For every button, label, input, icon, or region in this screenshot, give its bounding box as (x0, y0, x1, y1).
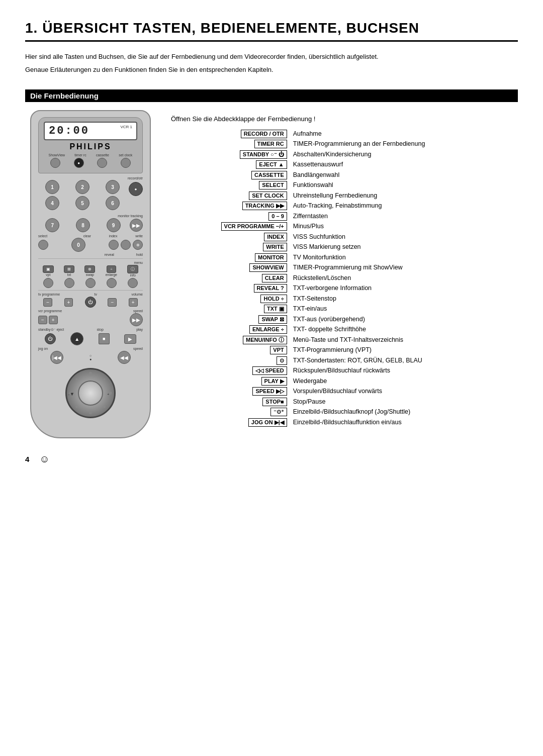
record-otr-btn[interactable]: ● (129, 182, 143, 196)
vcr-prog-minus-btn[interactable]: − (38, 316, 47, 324)
desc-row: SPEED ▶▷Vorspulen/Bildsuchlauf vorwärts (171, 387, 518, 397)
desc-text: Zifferntasten (291, 211, 518, 222)
tv-prog-plus-btn[interactable]: + (64, 298, 73, 307)
btn-5[interactable]: 5 (75, 196, 89, 210)
btn-4[interactable]: 4 (45, 196, 59, 210)
vcr-label: VCR 1 (120, 125, 132, 129)
txt-btn[interactable]: ⊠ (64, 265, 74, 273)
select-btn[interactable] (38, 240, 48, 250)
key-box: HOLD ÷ (260, 295, 287, 303)
flap-label-showview: ShowView (49, 153, 65, 157)
svg-text:+: + (107, 392, 110, 397)
vol-plus-btn[interactable]: + (129, 298, 138, 307)
desc-row: MENU/INFO ⓘMenü-Taste und TXT-Inhalts­ve… (171, 335, 518, 345)
key-box: MONITOR (255, 253, 287, 262)
section-header: Die Fernbedienung (25, 89, 518, 102)
info-circle-btn[interactable] (128, 278, 138, 288)
key-box: STANDBY ○⁻ ⏻ (240, 150, 287, 159)
desc-row: SET CLOCKUhreinstellung Fernbedienung (171, 191, 518, 201)
remote-container: 20:00 VCR 1 PHILIPS ShowView timer rc ca… (25, 110, 156, 438)
desc-text: Auto-Tracking, Feinabstimmung (291, 201, 518, 212)
desc-row: MONITORTV Monitorfunktion (171, 252, 518, 263)
key-box: JOG ON ▶|◀ (248, 418, 287, 427)
svg-point-4 (103, 378, 106, 381)
desc-text: TXT-verborgene Information (291, 284, 518, 294)
stop-label: stop (97, 328, 104, 332)
btn-1[interactable]: 1 (45, 180, 59, 194)
desc-text: Menü-Taste und TXT-Inhalts­verzeichnis (291, 335, 518, 345)
play-btn[interactable]: ▶ (124, 334, 136, 344)
btn-6[interactable]: 6 (106, 196, 120, 210)
btn-0[interactable]: 0 (71, 238, 85, 252)
desc-text: Minus/Plus (291, 222, 518, 232)
desc-text: Einzelbild-/Bildsuchlauffunktion ein/aus (291, 417, 518, 428)
desc-text: Uhreinstellung Fernbedienung (291, 191, 518, 201)
standby-btn[interactable]: ⏻ (45, 333, 56, 344)
swap-circle-btn[interactable] (85, 278, 96, 288)
desc-text: TXT-Seitenstop (291, 294, 518, 304)
desc-text: Bandlängenwahl (291, 170, 518, 180)
intro-text-2: Genaue Erläuterungen zu den Funktionen f… (25, 65, 518, 75)
stop-btn[interactable]: ■ (99, 333, 110, 344)
jog-wheel[interactable]: ▼ + − (65, 368, 116, 418)
vpt-circle-btn[interactable] (43, 278, 53, 288)
index-btn[interactable] (121, 240, 131, 250)
speed-ff-btn[interactable]: ▶▶ (130, 313, 143, 326)
btn-7[interactable]: 7 (45, 218, 59, 232)
swap-btn[interactable]: ⊗ (84, 265, 95, 273)
desc-row: STOP■Stop/Pause (171, 397, 518, 407)
tv-prog-minus-btn[interactable]: − (43, 298, 52, 307)
enlarge-circle-btn[interactable] (107, 278, 117, 288)
tv-programme-label: tv programme (38, 293, 60, 296)
flap-label-timerrc: timer rc (74, 153, 86, 157)
vcr-prog-plus-btn[interactable]: + (49, 316, 58, 324)
key-box: SPEED ▶▷ (252, 387, 287, 396)
desc-row: REVEAL ?TXT-verborgene Information (171, 284, 518, 294)
reveal-hold-labels: revealhold (38, 253, 143, 256)
remote-control: 20:00 VCR 1 PHILIPS ShowView timer rc ca… (30, 110, 151, 438)
remote-flap: 20:00 VCR 1 PHILIPS ShowView timer rc ca… (38, 117, 143, 173)
speed-label: speed (133, 309, 143, 313)
desc-row: RECORD / OTRAufnahme (171, 129, 518, 139)
timerrc-btn[interactable]: ● (74, 158, 84, 168)
key-box: WRITE (263, 243, 287, 251)
btn-3[interactable]: 3 (106, 180, 120, 194)
rew-speed-btn[interactable]: ◀◀ (118, 351, 131, 364)
desc-text: TXT-Sondertasten: ROT, GRÜN, GELB, BLAU (291, 355, 518, 366)
setclock-btn[interactable] (121, 158, 131, 168)
eject-btn[interactable]: ▲ (70, 332, 83, 345)
txt-circle-btn[interactable] (64, 278, 74, 288)
power-btn[interactable]: ⏻ (85, 297, 96, 308)
enlarge-btn[interactable]: ÷ (107, 265, 116, 273)
btn-2[interactable]: 2 (75, 180, 89, 194)
showview-btn[interactable] (50, 158, 60, 168)
desc-row: EJECT ▲Kassettenauswurf (171, 160, 518, 170)
flap-label-cassette: cassette (96, 153, 109, 157)
key-box: 0 – 9 (268, 212, 287, 221)
page-number: 4 (25, 455, 29, 463)
intro-text-1: Hier sind alle Tasten und Buchsen, die S… (25, 52, 518, 62)
key-box: TIMER RC (254, 140, 287, 148)
tracking-btn[interactable]: ▶▶ (130, 219, 143, 232)
skip-back-btn[interactable]: |◀◀ (50, 351, 63, 364)
desc-row: STANDBY ○⁻ ⏻Abschalten/Kindersicherung (171, 149, 518, 160)
btn-8[interactable]: 8 (76, 218, 90, 232)
info-btn[interactable]: ⓘ (127, 265, 138, 273)
desc-row: CLEARRückstellen/Löschen (171, 273, 518, 284)
key-box: SET CLOCK (249, 192, 287, 200)
write-btn[interactable]: ⊕ (133, 240, 143, 250)
key-box: SHOWVIEW (249, 263, 287, 272)
clear-btn[interactable] (109, 240, 119, 250)
desc-row: TRACKING ▶▶Auto-Tracking, Feinabstimmung (171, 201, 518, 212)
btn-9[interactable]: 9 (107, 218, 121, 232)
display-area: 20:00 VCR 1 (44, 122, 137, 140)
desc-row: ⁻⊙⁺Einzelbild-/Bildsuchlaufknopf (Jog/Sh… (171, 407, 518, 418)
vcr-programme-label: vcr programme (38, 309, 62, 313)
desc-row: JOG ON ▶|◀Einzelbild-/Bildsuchlauffunkti… (171, 417, 518, 428)
desc-text: Rückspulen/Bildsuchlauf rückwärts (291, 366, 518, 376)
desc-text: VISS Suchfunktion (291, 232, 518, 242)
vol-minus-btn[interactable]: − (108, 298, 117, 307)
cassette-btn[interactable] (97, 158, 107, 168)
desc-row: ENLARGE ÷TXT- doppelte Schrifthöhe (171, 325, 518, 335)
vpt-btn[interactable]: ▣ (43, 265, 54, 273)
